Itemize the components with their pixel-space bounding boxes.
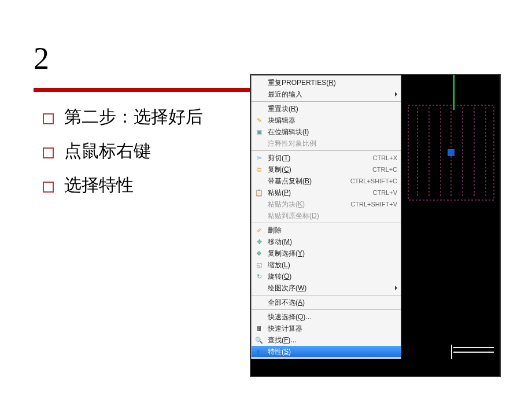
copy-icon: ⧉ — [254, 165, 264, 174]
menu-label: 粘贴(P) — [268, 188, 373, 198]
menu-label: 重置块(R) — [268, 104, 397, 114]
eraser-icon: ✐ — [254, 226, 264, 235]
menu-item-recent-input[interactable]: 最近的输入 — [252, 88, 401, 100]
menu-label: 旋转(O) — [268, 272, 397, 282]
menu-item-paste-as-block: 粘贴为块(K) CTRL+SHIFT+V — [252, 198, 401, 210]
menu-label: 缩放(L) — [268, 260, 397, 270]
blank-icon — [254, 104, 264, 113]
blank-icon — [254, 211, 264, 220]
menu-label: 移动(M) — [268, 237, 397, 247]
menu-label: 粘贴为块(K) — [268, 200, 350, 209]
menu-item-copy[interactable]: ⧉ 复制(C) CTRL+C — [252, 164, 401, 175]
submenu-arrow-icon — [395, 286, 397, 290]
menu-item-deselect-all[interactable]: 全部不选(A) — [252, 297, 401, 308]
properties-icon: ◧ — [254, 347, 264, 356]
move-icon: ✥ — [254, 237, 264, 246]
menu-item-scale[interactable]: ◱ 缩放(L) — [252, 259, 401, 271]
menu-label: 复制选择(Y) — [268, 249, 397, 258]
menu-item-move[interactable]: ✥ 移动(M) — [252, 236, 401, 247]
menu-label: 全部不选(A) — [268, 298, 397, 308]
bullet-marker-icon — [43, 147, 54, 158]
menu-label: 删除 — [268, 226, 397, 235]
calculator-icon: 🖩 — [254, 324, 264, 333]
menu-item-paste[interactable]: 📋 粘贴(P) CTRL+V — [252, 187, 401, 198]
menu-label: 注释性对象比例 — [268, 139, 397, 149]
blank-icon — [254, 176, 264, 186]
paste-icon: 📋 — [254, 188, 264, 197]
menu-item-annotation-scale: 注释性对象比例 — [252, 138, 401, 149]
shortcut: CTRL+SHIFT+C — [350, 178, 397, 184]
menu-item-properties[interactable]: ◧ 特性(S) — [252, 346, 401, 357]
menu-label: 特性(S) — [268, 347, 397, 357]
menu-label: 粘贴到原坐标(D) — [268, 211, 397, 221]
blank-icon — [254, 312, 264, 322]
menu-item-block-editor[interactable]: ✎ 块编辑器 — [252, 114, 401, 126]
blank-icon — [254, 283, 264, 293]
menu-label: 最近的输入 — [268, 90, 397, 99]
shortcut: CTRL+X — [373, 154, 398, 161]
bullet-item: 第二步：选择好后 — [43, 105, 203, 129]
menu-label: 重复PROPERTIES(R) — [268, 78, 397, 88]
scale-icon: ◱ — [254, 260, 264, 269]
menu-item-cut[interactable]: ✂ 剪切(T) CTRL+X — [252, 152, 401, 164]
menu-item-edit-block-inplace[interactable]: ▣ 在位编辑块(I) — [252, 126, 401, 138]
blank-icon — [254, 200, 264, 209]
bullet-marker-icon — [43, 182, 54, 193]
rotate-icon: ↻ — [254, 272, 264, 281]
svg-rect-8 — [448, 149, 455, 156]
menu-item-draw-order[interactable]: 绘图次序(W) — [252, 282, 401, 294]
menu-item-rotate[interactable]: ↻ 旋转(O) — [252, 271, 401, 282]
submenu-arrow-icon — [395, 92, 397, 97]
bullet-text: 第二步：选择好后 — [64, 105, 203, 129]
cad-screenshot: 重复PROPERTIES(R) 最近的输入 重置块(R) ✎ 块编辑器 ▣ 在位… — [250, 74, 501, 377]
bullet-item: 选择特性 — [43, 173, 203, 197]
menu-label: 块编辑器 — [268, 116, 397, 125]
cad-drawing — [407, 104, 495, 201]
blank-icon — [254, 298, 264, 307]
shortcut: CTRL+V — [373, 189, 398, 196]
menu-item-delete[interactable]: ✐ 删除 — [252, 224, 401, 236]
shortcut: CTRL+SHIFT+V — [350, 201, 397, 208]
menu-label: 查找(F)... — [268, 335, 397, 345]
menu-label: 带基点复制(B) — [268, 176, 350, 186]
bullet-marker-icon — [43, 113, 54, 124]
menu-item-copy-with-basepoint[interactable]: 带基点复制(B) CTRL+SHIFT+C — [252, 175, 401, 187]
copy-selection-icon: ❖ — [254, 249, 264, 258]
bullet-text: 点鼠标右键 — [64, 139, 151, 163]
menu-item-reset-block[interactable]: 重置块(R) — [252, 103, 401, 114]
menu-label: 快速计算器 — [268, 324, 397, 334]
context-menu[interactable]: 重复PROPERTIES(R) 最近的输入 重置块(R) ✎ 块编辑器 ▣ 在位… — [251, 75, 401, 359]
menu-label: 绘图次序(W) — [268, 283, 397, 293]
scissors-icon: ✂ — [254, 153, 264, 162]
menu-item-find[interactable]: 🔍 查找(F)... — [252, 334, 401, 346]
menu-item-quick-calculator[interactable]: 🖩 快速计算器 — [252, 323, 401, 334]
bullet-item: 点鼠标右键 — [43, 139, 203, 163]
bullet-text: 选择特性 — [64, 173, 134, 197]
menu-item-copy-selection[interactable]: ❖ 复制选择(Y) — [252, 247, 401, 259]
menu-item-repeat[interactable]: 重复PROPERTIES(R) — [252, 77, 401, 88]
menu-label: 快速选择(Q)... — [268, 312, 397, 322]
pencil-icon: ✎ — [254, 116, 264, 125]
menu-item-paste-to-original: 粘贴到原坐标(D) — [252, 210, 401, 221]
blank-icon — [254, 139, 264, 148]
menu-label: 在位编辑块(I) — [268, 127, 397, 137]
blank-icon — [254, 78, 264, 87]
block-edit-icon: ▣ — [254, 127, 264, 136]
menu-label: 复制(C) — [268, 165, 372, 175]
drawing-lines-bottom — [453, 347, 494, 370]
slide-title: 2 — [34, 40, 49, 76]
menu-label: 剪切(T) — [268, 153, 373, 163]
blank-icon — [254, 90, 264, 99]
find-icon: 🔍 — [254, 335, 264, 345]
menu-item-quick-select[interactable]: 快速选择(Q)... — [252, 311, 401, 323]
bullet-list: 第二步：选择好后 点鼠标右键 选择特性 — [43, 105, 203, 208]
shortcut: CTRL+C — [372, 166, 397, 173]
